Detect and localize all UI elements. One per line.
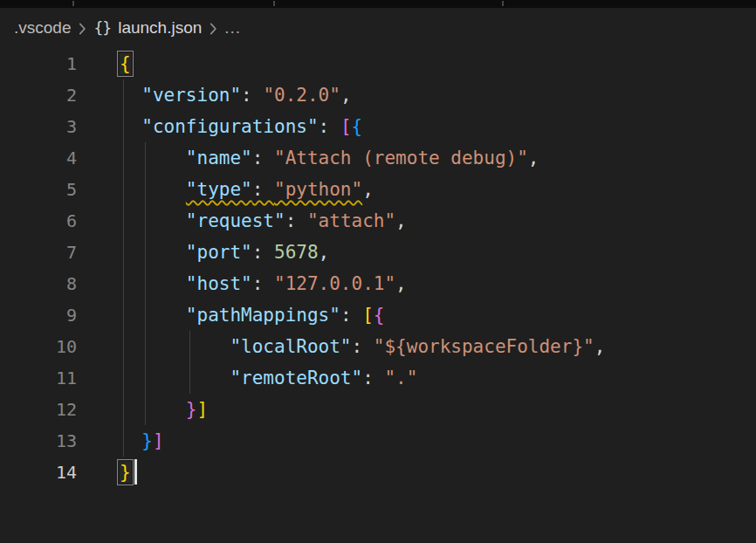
code-content: }] — [77, 425, 164, 457]
line-number[interactable]: 5 — [0, 174, 77, 205]
line-number[interactable]: 13 — [0, 425, 77, 457]
token-ws — [120, 305, 186, 326]
line-number[interactable]: 7 — [0, 237, 77, 268]
code-line-8[interactable]: 8 "host": "127.0.0.1", — [0, 268, 756, 299]
code-line-2[interactable]: 2 "version": "0.2.0", — [0, 79, 756, 111]
code-line-13[interactable]: 13 }] — [0, 425, 756, 457]
code-editor[interactable]: 1{2 "version": "0.2.0",3 "configurations… — [0, 48, 756, 543]
token-pun: : — [252, 242, 274, 263]
window-top-edge — [0, 0, 756, 8]
breadcrumb-file[interactable]: launch.json — [118, 18, 202, 38]
token-key: "version" — [141, 85, 241, 106]
token-pun: : — [252, 179, 274, 200]
code-content: "request": "attach", — [77, 205, 407, 237]
text-cursor — [134, 459, 137, 485]
chevron-right-icon — [208, 21, 218, 37]
code-line-6[interactable]: 6 "request": "attach", — [0, 205, 756, 237]
token-pun: : — [352, 336, 374, 357]
token-key: "request" — [186, 210, 285, 231]
code-line-5[interactable]: 5 "type": "python", — [0, 174, 756, 205]
code-lines: 1{2 "version": "0.2.0",3 "configurations… — [0, 48, 756, 488]
indent-guide — [123, 79, 124, 457]
token-key: "name" — [186, 148, 252, 168]
line-number[interactable]: 8 — [0, 268, 77, 299]
token-key: "pathMappings" — [186, 305, 340, 326]
code-content: "port": 5678, — [77, 237, 329, 268]
token-b3: { — [352, 116, 363, 137]
token-str: "python" — [274, 179, 362, 200]
token-b1: { — [120, 53, 131, 74]
token-str: "Attach (remote debug)" — [274, 148, 528, 168]
token-b2: { — [374, 305, 385, 326]
tab-separator — [273, 1, 275, 6]
code-content: "localRoot": "${workspaceFolder}", — [77, 331, 605, 362]
code-line-4[interactable]: 4 "name": "Attach (remote debug)", — [0, 142, 756, 174]
code-line-9[interactable]: 9 "pathMappings": [{ — [0, 299, 756, 331]
warning-squiggle: "type": "python" — [186, 179, 362, 200]
code-content: "type": "python", — [77, 174, 374, 205]
token-pun: , — [395, 273, 407, 294]
code-line-1[interactable]: 1{ — [0, 48, 756, 79]
line-number[interactable]: 11 — [0, 362, 77, 394]
token-str: "attach" — [307, 210, 395, 231]
code-line-12[interactable]: 12 }] — [0, 394, 756, 425]
token-pun: , — [362, 179, 374, 200]
token-ws — [120, 399, 186, 420]
code-line-11[interactable]: 11 "remoteRoot": "." — [0, 362, 756, 394]
line-number[interactable]: 1 — [0, 48, 77, 79]
breadcrumb-symbol-path[interactable]: ... — [224, 18, 241, 38]
token-pun: : — [285, 210, 307, 231]
token-key: "port" — [186, 242, 252, 263]
line-number[interactable]: 9 — [0, 299, 77, 331]
token-b3: } — [141, 430, 153, 451]
token-key: "remoteRoot" — [230, 368, 362, 388]
code-content: { — [77, 48, 131, 79]
code-line-3[interactable]: 3 "configurations": [{ — [0, 111, 756, 142]
tab-separator — [72, 1, 74, 6]
token-pun: : — [340, 305, 362, 326]
line-number[interactable]: 6 — [0, 205, 77, 237]
token-pun: : — [241, 85, 263, 106]
code-line-14[interactable]: 14} — [0, 457, 756, 488]
code-content: } — [77, 457, 137, 488]
token-b2: [ — [340, 116, 352, 137]
breadcrumb-folder[interactable]: .vscode — [14, 18, 71, 38]
vscode-window: .vscode {} launch.json ... 1{2 "version"… — [0, 0, 756, 543]
token-str: "127.0.0.1" — [274, 273, 395, 294]
breadcrumb-bar: .vscode {} launch.json ... — [0, 8, 756, 48]
token-pun: , — [319, 242, 330, 263]
code-content: "version": "0.2.0", — [77, 79, 352, 111]
token-pun: , — [594, 336, 606, 357]
token-ws — [120, 148, 186, 168]
line-number[interactable]: 12 — [0, 394, 77, 425]
code-line-10[interactable]: 10 "localRoot": "${workspaceFolder}", — [0, 331, 756, 362]
token-ws — [120, 210, 186, 231]
token-pun: : — [319, 116, 340, 137]
code-content: "configurations": [{ — [77, 111, 362, 142]
token-str: "${workspaceFolder}" — [374, 336, 594, 357]
code-content: "remoteRoot": "." — [77, 362, 417, 394]
tab-separator — [502, 1, 504, 6]
token-key: "localRoot" — [230, 336, 351, 357]
token-key: "type" — [186, 179, 252, 200]
line-number[interactable]: 14 — [0, 457, 77, 488]
token-pun: , — [340, 85, 352, 106]
json-braces-icon: {} — [93, 18, 111, 37]
token-ws — [120, 273, 186, 294]
line-number[interactable]: 4 — [0, 142, 77, 174]
token-ws — [120, 336, 230, 357]
token-b1: } — [120, 462, 131, 483]
indent-guide — [145, 142, 146, 425]
token-pun: : — [362, 368, 384, 388]
token-pun: , — [528, 148, 540, 168]
line-number[interactable]: 2 — [0, 79, 77, 111]
chevron-right-icon — [77, 21, 87, 37]
line-number[interactable]: 10 — [0, 331, 77, 362]
token-pun: , — [395, 210, 407, 231]
line-number[interactable]: 3 — [0, 111, 77, 142]
token-b2: ] — [153, 430, 164, 451]
code-line-7[interactable]: 7 "port": 5678, — [0, 237, 756, 268]
token-ws — [120, 368, 230, 388]
code-content: }] — [77, 394, 208, 425]
token-ws — [120, 179, 186, 200]
